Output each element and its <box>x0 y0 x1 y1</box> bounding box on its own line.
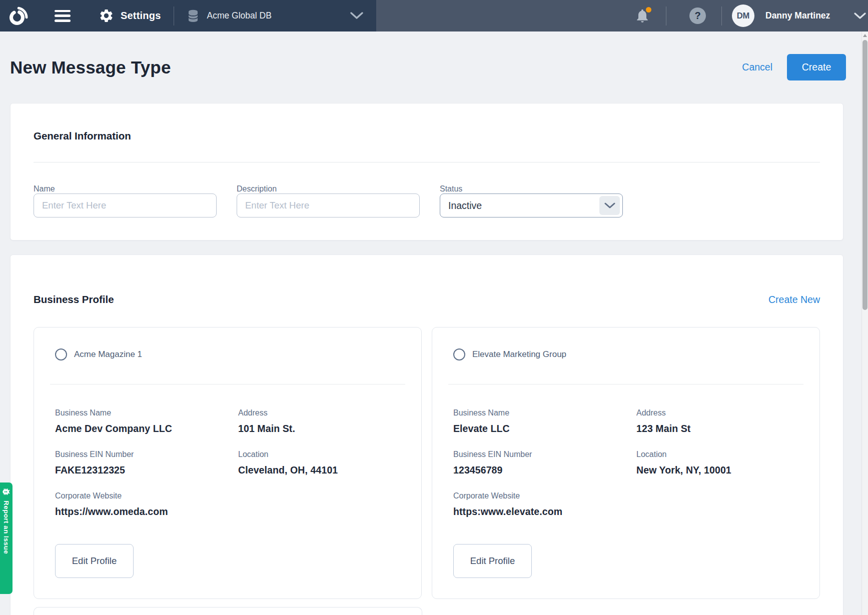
field-label: Address <box>636 408 798 418</box>
user-menu-chevron-down-icon[interactable] <box>854 12 866 20</box>
navbar-left-section: Settings Acme Global DB <box>0 0 376 32</box>
name-input[interactable] <box>34 194 217 218</box>
status-select-value: Inactive <box>448 200 482 212</box>
page-title: New Message Type <box>10 58 171 78</box>
profile-divider <box>50 384 405 384</box>
edit-profile-button[interactable]: Edit Profile <box>55 544 134 578</box>
address-field: Address 101 Main St. <box>238 408 400 435</box>
vertical-scrollbar[interactable] <box>861 32 868 615</box>
page-header: New Message Type Cancel Create <box>0 32 868 103</box>
field-value: Cleveland, OH, 44101 <box>238 464 400 476</box>
location-field: Location New York, NY, 10001 <box>636 450 798 476</box>
description-input[interactable] <box>237 194 420 218</box>
navbar-right-section: ? DM Danny Martinez <box>376 0 868 32</box>
notifications-bell-button[interactable] <box>634 7 651 25</box>
database-selector-value[interactable]: Acme Global DB <box>207 10 272 21</box>
profile-fields: Business Name Elevate LLC Address 123 Ma… <box>453 408 798 518</box>
user-name[interactable]: Danny Martinez <box>765 10 830 21</box>
omeda-logo-icon[interactable] <box>5 4 29 28</box>
navbar-divider <box>666 6 666 26</box>
ein-field: Business EIN Number FAKE12312325 <box>55 450 238 476</box>
top-navbar: Settings Acme Global DB ? <box>0 0 868 32</box>
name-field-group: Name <box>34 184 217 218</box>
field-label: Address <box>238 408 400 418</box>
avatar-initials: DM <box>737 11 750 20</box>
edit-profile-button[interactable]: Edit Profile <box>453 544 532 578</box>
profile-radio-button[interactable] <box>453 348 465 360</box>
website-field: Corporate Website https://www.omeda.com <box>55 491 238 518</box>
status-select[interactable]: Inactive <box>440 194 623 218</box>
profile-card-elevate: Elevate Marketing Group Business Name El… <box>432 327 820 599</box>
report-issue-label: Report an Issue <box>3 500 10 554</box>
scrollbar-up-arrow[interactable] <box>863 34 867 37</box>
field-value: FAKE12312325 <box>55 464 238 476</box>
general-information-heading: General Information <box>34 130 820 142</box>
field-label: Business Name <box>453 408 636 418</box>
field-label: Business EIN Number <box>453 450 636 460</box>
profile-name: Elevate Marketing Group <box>472 350 566 360</box>
profile-fields: Business Name Acme Dev Company LLC Addre… <box>55 408 400 518</box>
gear-icon[interactable] <box>99 8 114 24</box>
create-new-link[interactable]: Create New <box>768 294 820 306</box>
field-label: Business Name <box>55 408 238 418</box>
question-mark-glyph: ? <box>694 10 700 22</box>
field-value: 123 Main St <box>636 422 798 435</box>
field-value: https:www.elevate.com <box>453 505 636 518</box>
business-profiles-row: Acme Magazine 1 Business Name Acme Dev C… <box>34 327 820 599</box>
profile-radio-row: Acme Magazine 1 <box>55 348 400 360</box>
section-divider <box>34 162 820 162</box>
cancel-button[interactable]: Cancel <box>742 62 772 73</box>
field-label: Location <box>636 450 798 460</box>
website-field: Corporate Website https:www.elevate.com <box>453 491 636 518</box>
general-information-fields: Name Description Status Inactive <box>34 184 820 218</box>
address-field: Address 123 Main St <box>636 408 798 435</box>
field-label: Corporate Website <box>55 491 238 501</box>
bug-icon <box>2 487 11 496</box>
business-profile-heading: Business Profile <box>34 293 114 306</box>
database-icon <box>187 10 199 22</box>
field-value: 101 Main St. <box>238 422 400 435</box>
chevron-down-icon <box>604 202 615 209</box>
business-name-field: Business Name Elevate LLC <box>453 408 636 435</box>
profile-radio-row: Elevate Marketing Group <box>453 348 798 360</box>
field-value: Elevate LLC <box>453 422 636 435</box>
database-chevron-down-icon[interactable] <box>350 12 363 20</box>
business-name-field: Business Name Acme Dev Company LLC <box>55 408 238 435</box>
settings-nav-label[interactable]: Settings <box>121 10 161 22</box>
field-label: Corporate Website <box>453 491 636 501</box>
business-profile-card: Business Profile Create New Acme Magazin… <box>10 254 843 615</box>
create-button[interactable]: Create <box>787 54 846 80</box>
help-button[interactable]: ? <box>689 8 706 24</box>
profile-card-acme: Acme Magazine 1 Business Name Acme Dev C… <box>34 327 422 599</box>
navbar-divider <box>721 6 722 26</box>
profile-divider <box>448 384 803 384</box>
profile-radio-button[interactable] <box>55 348 67 360</box>
scrollbar-thumb[interactable] <box>862 40 867 310</box>
general-information-card: General Information Name Description Sta… <box>10 103 843 240</box>
next-profile-card-partial <box>34 607 422 615</box>
status-label: Status <box>440 184 623 194</box>
navbar-divider <box>174 6 174 26</box>
page-actions: Cancel Create <box>742 54 846 80</box>
field-label: Business EIN Number <box>55 450 238 460</box>
screen: Settings Acme Global DB ? <box>0 0 868 615</box>
ein-field: Business EIN Number 123456789 <box>453 450 636 476</box>
hamburger-menu-icon[interactable] <box>55 10 71 22</box>
description-label: Description <box>237 184 420 194</box>
field-label: Location <box>238 450 400 460</box>
profile-name: Acme Magazine 1 <box>74 350 142 360</box>
business-profile-header: Business Profile Create New <box>34 293 820 306</box>
report-issue-tab[interactable]: Report an Issue <box>0 482 13 594</box>
field-value: Acme Dev Company LLC <box>55 422 238 435</box>
name-label: Name <box>34 184 217 194</box>
location-field: Location Cleveland, OH, 44101 <box>238 450 400 476</box>
status-select-chevron-button[interactable] <box>599 196 620 215</box>
notification-badge <box>645 6 652 14</box>
field-value: https://www.omeda.com <box>55 505 238 518</box>
user-avatar[interactable]: DM <box>732 4 754 27</box>
description-field-group: Description <box>237 184 420 218</box>
field-value: 123456789 <box>453 464 636 476</box>
field-value: New York, NY, 10001 <box>636 464 798 476</box>
status-field-group: Status Inactive <box>440 184 623 218</box>
